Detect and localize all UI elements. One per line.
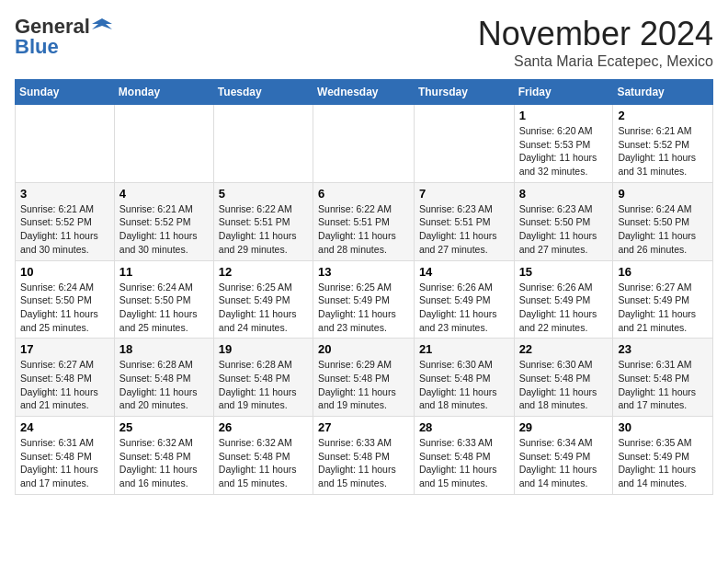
day-info: Sunrise: 6:27 AM Sunset: 5:48 PM Dayligh…: [20, 358, 109, 412]
calendar-cell: 27Sunrise: 6:33 AM Sunset: 5:48 PM Dayli…: [313, 417, 415, 495]
calendar-cell: 20Sunrise: 6:29 AM Sunset: 5:48 PM Dayli…: [313, 339, 415, 417]
day-info: Sunrise: 6:32 AM Sunset: 5:48 PM Dayligh…: [119, 436, 209, 490]
day-info: Sunrise: 6:23 AM Sunset: 5:51 PM Dayligh…: [419, 202, 509, 257]
day-number: 8: [519, 187, 609, 201]
weekday-header-cell: Tuesday: [213, 80, 313, 105]
calendar-cell: 11Sunrise: 6:24 AM Sunset: 5:50 PM Dayli…: [114, 260, 213, 339]
day-info: Sunrise: 6:25 AM Sunset: 5:49 PM Dayligh…: [318, 281, 409, 335]
day-number: 23: [618, 342, 708, 356]
day-number: 16: [618, 265, 708, 279]
day-number: 27: [318, 420, 409, 434]
calendar-cell: 16Sunrise: 6:27 AM Sunset: 5:49 PM Dayli…: [613, 260, 713, 339]
calendar-cell: 15Sunrise: 6:26 AM Sunset: 5:49 PM Dayli…: [514, 260, 613, 339]
calendar-body: 1Sunrise: 6:20 AM Sunset: 5:53 PM Daylig…: [16, 105, 713, 495]
day-number: 29: [519, 420, 609, 434]
weekday-header-cell: Monday: [114, 80, 213, 105]
day-info: Sunrise: 6:22 AM Sunset: 5:51 PM Dayligh…: [318, 202, 409, 257]
weekday-header-cell: Saturday: [613, 80, 713, 105]
weekday-header-cell: Sunday: [16, 80, 115, 105]
day-number: 26: [219, 420, 308, 434]
calendar-week-row: 24Sunrise: 6:31 AM Sunset: 5:48 PM Dayli…: [16, 417, 713, 495]
calendar-cell: 28Sunrise: 6:33 AM Sunset: 5:48 PM Dayli…: [414, 417, 514, 495]
weekday-header-cell: Friday: [514, 80, 613, 105]
day-number: 2: [618, 109, 708, 122]
calendar-cell: 19Sunrise: 6:28 AM Sunset: 5:48 PM Dayli…: [213, 339, 313, 417]
day-number: 7: [419, 187, 509, 201]
day-number: 28: [419, 420, 509, 434]
calendar-table: SundayMondayTuesdayWednesdayThursdayFrid…: [15, 79, 713, 495]
day-number: 12: [219, 265, 308, 279]
day-info: Sunrise: 6:24 AM Sunset: 5:50 PM Dayligh…: [119, 281, 209, 335]
day-info: Sunrise: 6:28 AM Sunset: 5:48 PM Dayligh…: [119, 358, 209, 412]
calendar-week-row: 17Sunrise: 6:27 AM Sunset: 5:48 PM Dayli…: [16, 339, 713, 417]
calendar-cell: 30Sunrise: 6:35 AM Sunset: 5:49 PM Dayli…: [613, 417, 713, 495]
day-info: Sunrise: 6:21 AM Sunset: 5:52 PM Dayligh…: [119, 202, 209, 257]
day-info: Sunrise: 6:24 AM Sunset: 5:50 PM Dayligh…: [618, 202, 708, 257]
day-info: Sunrise: 6:28 AM Sunset: 5:48 PM Dayligh…: [219, 358, 308, 412]
logo-blue: Blue: [15, 35, 59, 59]
calendar-cell: 12Sunrise: 6:25 AM Sunset: 5:49 PM Dayli…: [213, 260, 313, 339]
day-info: Sunrise: 6:33 AM Sunset: 5:48 PM Dayligh…: [318, 436, 409, 490]
calendar-cell: 25Sunrise: 6:32 AM Sunset: 5:48 PM Dayli…: [114, 417, 213, 495]
day-number: 14: [419, 265, 509, 279]
calendar-cell: 7Sunrise: 6:23 AM Sunset: 5:51 PM Daylig…: [414, 182, 514, 260]
calendar-cell: 2Sunrise: 6:21 AM Sunset: 5:52 PM Daylig…: [613, 105, 713, 183]
day-info: Sunrise: 6:22 AM Sunset: 5:51 PM Dayligh…: [219, 202, 308, 257]
day-number: 6: [318, 187, 409, 201]
day-info: Sunrise: 6:30 AM Sunset: 5:48 PM Dayligh…: [519, 358, 609, 412]
day-info: Sunrise: 6:29 AM Sunset: 5:48 PM Dayligh…: [318, 358, 409, 412]
logo-bird-icon: [92, 17, 112, 37]
calendar-cell: 29Sunrise: 6:34 AM Sunset: 5:49 PM Dayli…: [514, 417, 613, 495]
calendar-cell: 22Sunrise: 6:30 AM Sunset: 5:48 PM Dayli…: [514, 339, 613, 417]
day-info: Sunrise: 6:35 AM Sunset: 5:49 PM Dayligh…: [618, 436, 708, 490]
calendar-week-row: 1Sunrise: 6:20 AM Sunset: 5:53 PM Daylig…: [16, 105, 713, 183]
day-info: Sunrise: 6:32 AM Sunset: 5:48 PM Dayligh…: [219, 436, 308, 490]
calendar-cell: 10Sunrise: 6:24 AM Sunset: 5:50 PM Dayli…: [16, 260, 115, 339]
day-info: Sunrise: 6:31 AM Sunset: 5:48 PM Dayligh…: [618, 358, 708, 412]
weekday-header-cell: Thursday: [414, 80, 514, 105]
calendar-week-row: 3Sunrise: 6:21 AM Sunset: 5:52 PM Daylig…: [16, 182, 713, 260]
calendar-cell: 8Sunrise: 6:23 AM Sunset: 5:50 PM Daylig…: [514, 182, 613, 260]
calendar-cell: 24Sunrise: 6:31 AM Sunset: 5:48 PM Dayli…: [16, 417, 115, 495]
day-info: Sunrise: 6:30 AM Sunset: 5:48 PM Dayligh…: [419, 358, 509, 412]
day-number: 4: [119, 187, 209, 201]
calendar-cell: 21Sunrise: 6:30 AM Sunset: 5:48 PM Dayli…: [414, 339, 514, 417]
calendar-cell: [414, 105, 514, 183]
day-number: 19: [219, 342, 308, 356]
header: General Blue November 2024 Santa Maria E…: [15, 15, 713, 70]
calendar-cell: 3Sunrise: 6:21 AM Sunset: 5:52 PM Daylig…: [16, 182, 115, 260]
day-info: Sunrise: 6:33 AM Sunset: 5:48 PM Dayligh…: [419, 436, 509, 490]
day-info: Sunrise: 6:26 AM Sunset: 5:49 PM Dayligh…: [419, 281, 509, 335]
day-number: 22: [519, 342, 609, 356]
weekday-header-cell: Wednesday: [313, 80, 415, 105]
day-number: 9: [618, 187, 708, 201]
day-number: 20: [318, 342, 409, 356]
calendar-cell: 9Sunrise: 6:24 AM Sunset: 5:50 PM Daylig…: [613, 182, 713, 260]
calendar-cell: 26Sunrise: 6:32 AM Sunset: 5:48 PM Dayli…: [213, 417, 313, 495]
day-number: 3: [20, 187, 109, 201]
calendar-cell: 1Sunrise: 6:20 AM Sunset: 5:53 PM Daylig…: [514, 105, 613, 183]
calendar-cell: [114, 105, 213, 183]
day-number: 21: [419, 342, 509, 356]
day-number: 13: [318, 265, 409, 279]
title-section: November 2024 Santa Maria Ecatepec, Mexi…: [478, 15, 713, 70]
calendar-cell: [213, 105, 313, 183]
logo: General Blue: [15, 15, 112, 59]
day-info: Sunrise: 6:23 AM Sunset: 5:50 PM Dayligh…: [519, 202, 609, 257]
calendar-cell: 4Sunrise: 6:21 AM Sunset: 5:52 PM Daylig…: [114, 182, 213, 260]
day-info: Sunrise: 6:31 AM Sunset: 5:48 PM Dayligh…: [20, 436, 109, 490]
day-number: 30: [618, 420, 708, 434]
day-info: Sunrise: 6:21 AM Sunset: 5:52 PM Dayligh…: [618, 124, 708, 178]
location-subtitle: Santa Maria Ecatepec, Mexico: [478, 53, 713, 70]
calendar-cell: 23Sunrise: 6:31 AM Sunset: 5:48 PM Dayli…: [613, 339, 713, 417]
calendar-cell: 18Sunrise: 6:28 AM Sunset: 5:48 PM Dayli…: [114, 339, 213, 417]
day-info: Sunrise: 6:26 AM Sunset: 5:49 PM Dayligh…: [519, 281, 609, 335]
day-number: 5: [219, 187, 308, 201]
day-number: 10: [20, 265, 109, 279]
calendar-cell: [313, 105, 415, 183]
calendar-cell: [16, 105, 115, 183]
day-info: Sunrise: 6:20 AM Sunset: 5:53 PM Dayligh…: [519, 124, 609, 178]
calendar-week-row: 10Sunrise: 6:24 AM Sunset: 5:50 PM Dayli…: [16, 260, 713, 339]
day-number: 11: [119, 265, 209, 279]
calendar-cell: 17Sunrise: 6:27 AM Sunset: 5:48 PM Dayli…: [16, 339, 115, 417]
